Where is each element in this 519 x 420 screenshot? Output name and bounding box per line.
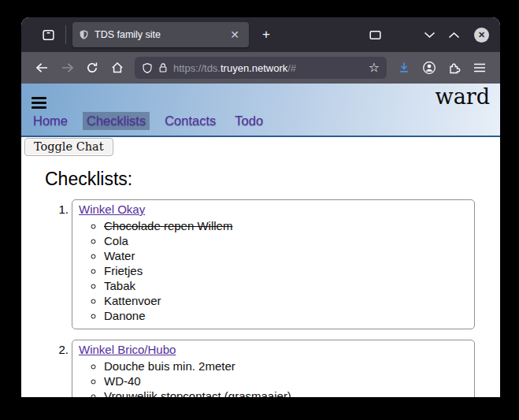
site-favicon-shield-icon [79, 29, 89, 40]
window-restore-icon[interactable] [369, 30, 381, 40]
tab-separator [65, 25, 66, 44]
forward-icon[interactable] [54, 56, 80, 80]
site-nav: HomeChecklistsContactsTodo [29, 112, 267, 130]
close-window-icon[interactable]: ✕ [474, 28, 489, 43]
checklist-number: 2. [53, 340, 69, 397]
padlock-icon[interactable] [158, 62, 168, 73]
checklist-number: 1. [53, 199, 69, 329]
new-tab-button[interactable]: + [255, 24, 277, 46]
nav-link-todo[interactable]: Todo [231, 112, 267, 130]
downloads-icon[interactable] [391, 56, 417, 80]
checklists-container: 1.Winkel OkayChocolade repen WillemColaW… [21, 199, 500, 397]
desktop-background: { "browser": { "tab_title": "TDS family … [0, 0, 519, 420]
url-bar[interactable]: https://tds.truyen.network/# ☆ [135, 57, 387, 79]
bookmark-star-icon[interactable]: ☆ [369, 61, 380, 74]
site-menu-hamburger-icon[interactable] [32, 97, 46, 111]
menu-hamburger-icon[interactable] [467, 56, 492, 80]
nav-link-home[interactable]: Home [29, 112, 72, 130]
tab-title: TDS family site [95, 29, 221, 40]
checklist-item[interactable]: Kattenvoer [104, 293, 468, 308]
active-tab[interactable]: TDS family site ✕ [72, 22, 249, 47]
checklist-row: 2.Winkel Brico/HuboDouche buis min. 2met… [53, 340, 500, 397]
nav-link-contacts[interactable]: Contacts [161, 112, 220, 130]
reload-icon[interactable] [80, 56, 105, 80]
checklist-items: Chocolade repen WillemColaWaterFrietjesT… [79, 218, 468, 323]
page-heading: Checklists: [45, 169, 500, 190]
home-icon[interactable] [105, 56, 130, 80]
nav-link-checklists[interactable]: Checklists [83, 112, 150, 130]
checklist-item[interactable]: Chocolade repen Willem [104, 218, 468, 233]
site-title: ward [436, 84, 490, 109]
checklist-title-link[interactable]: Winkel Brico/Hubo [79, 343, 176, 356]
firefox-view-icon[interactable] [37, 24, 59, 46]
window-controls: ✕ [369, 28, 489, 43]
checklist-box: Winkel Brico/HuboDouche buis min. 2meter… [72, 340, 475, 397]
checklist-item[interactable]: Tabak [104, 278, 468, 293]
maximize-chevron-up-icon[interactable] [442, 32, 466, 39]
url-domain: truyen.network [221, 62, 287, 74]
back-icon[interactable] [29, 56, 54, 80]
toggle-chat-button[interactable]: Toggle Chat [24, 138, 113, 156]
account-profile-icon[interactable] [417, 56, 442, 80]
tab-close-icon[interactable]: ✕ [227, 28, 243, 42]
url-suffix: /# [287, 62, 296, 74]
tracking-shield-icon[interactable] [142, 62, 153, 74]
checklist-box: Winkel OkayChocolade repen WillemColaWat… [72, 199, 475, 329]
page-content: ward HomeChecklistsContactsTodo Toggle C… [21, 84, 500, 397]
checklist-item[interactable]: Frietjes [104, 263, 468, 278]
browser-window: TDS family site ✕ + ✕ [21, 17, 500, 397]
site-header: ward HomeChecklistsContactsTodo [21, 84, 500, 137]
checklist-row: 1.Winkel OkayChocolade repen WillemColaW… [53, 199, 500, 329]
browser-tab-bar: TDS family site ✕ + ✕ [21, 17, 500, 52]
checklist-item[interactable]: Vrouwelijk stopcontact (grasmaaier) [104, 388, 468, 397]
checklist-item[interactable]: Water [104, 248, 468, 263]
minimize-chevron-down-icon[interactable] [417, 32, 442, 39]
checklist-item[interactable]: Danone [104, 308, 468, 323]
extensions-puzzle-icon[interactable] [442, 56, 467, 80]
browser-toolbar: https://tds.truyen.network/# ☆ [21, 52, 500, 84]
checklist-items: Douche buis min. 2meterWD-40Vrouwelijk s… [79, 359, 468, 397]
url-text[interactable]: https://tds.truyen.network/# [173, 62, 363, 74]
checklist-item[interactable]: Douche buis min. 2meter [104, 359, 468, 374]
checklist-item[interactable]: Cola [104, 233, 468, 248]
url-prefix: https://tds. [173, 62, 221, 74]
checklist-title-link[interactable]: Winkel Okay [79, 203, 145, 216]
checklist-item[interactable]: WD-40 [104, 374, 468, 388]
